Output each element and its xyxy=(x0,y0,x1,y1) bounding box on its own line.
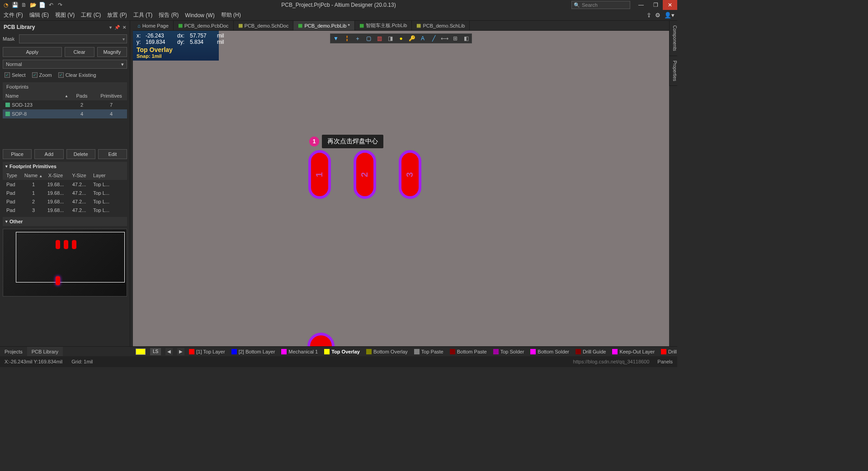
layer-tab[interactable]: Drill Guide xyxy=(576,349,606,354)
panel-close-icon[interactable]: ✕ xyxy=(123,25,126,30)
pad-3[interactable]: 3 xyxy=(399,150,421,199)
layer-label: Bottom Solder xyxy=(538,349,569,354)
layer-set-swatch[interactable] xyxy=(136,349,146,355)
hole-icon[interactable]: ● xyxy=(397,35,405,42)
primitive-row[interactable]: Pad119.68...47.2...Top L... xyxy=(3,180,127,188)
layer-tab[interactable]: Drill xyxy=(661,349,677,354)
layer-tab[interactable]: [2] Bottom Layer xyxy=(231,349,275,354)
pad-bottom[interactable] xyxy=(307,333,335,346)
primitives-header[interactable]: Footprint Primitives xyxy=(3,162,127,171)
search-input[interactable]: 🔍 Search xyxy=(571,1,630,9)
layer-tab[interactable]: Mechanical 1 xyxy=(281,349,318,354)
save-icon[interactable]: 💾 xyxy=(11,1,19,9)
undo-icon[interactable]: ↶ xyxy=(47,1,55,9)
select-checkbox[interactable]: ✓Select xyxy=(5,72,26,78)
layer-tab[interactable]: Top Paste xyxy=(414,349,443,354)
annotation-callout: 1 再次点击焊盘中心 xyxy=(309,135,383,148)
rect-icon[interactable]: ▢ xyxy=(365,35,372,42)
projects-tab[interactable]: Projects xyxy=(0,347,27,356)
add-button[interactable]: Add xyxy=(34,149,63,159)
layer-label: Top Overlay xyxy=(331,349,360,354)
filter-icon[interactable]: ▼ xyxy=(332,35,340,42)
menu-edit[interactable]: 编辑 (E) xyxy=(29,11,49,19)
text-icon[interactable]: A xyxy=(419,35,426,42)
place-button[interactable]: Place xyxy=(3,149,32,159)
menu-report[interactable]: 报告 (R) xyxy=(159,11,179,19)
clear-button[interactable]: Clear xyxy=(65,47,94,57)
magnify-button[interactable]: Magnify xyxy=(97,47,127,57)
menu-place[interactable]: 放置 (P) xyxy=(107,11,127,19)
prev-layer-icon[interactable]: ◀ xyxy=(165,348,173,355)
open-folder-icon[interactable]: 📂 xyxy=(29,1,37,9)
menu-view[interactable]: 视图 (V) xyxy=(55,11,75,19)
account-icon[interactable]: 👤▾ xyxy=(664,12,675,19)
layer-tab[interactable]: Keep-Out Layer xyxy=(612,349,655,354)
tab-schlib[interactable]: ▦PCB_demo.SchLib xyxy=(412,21,470,30)
grid-icon[interactable]: ⊞ xyxy=(452,35,459,42)
minimize-button[interactable]: — xyxy=(634,0,648,10)
layer-tab[interactable]: Bottom Overlay xyxy=(366,349,408,354)
bars-icon[interactable]: ▥ xyxy=(376,35,383,42)
line-icon[interactable]: ╱ xyxy=(430,35,437,42)
pad-1[interactable]: 1 xyxy=(308,150,331,199)
layer-tab[interactable]: Top Overlay xyxy=(324,349,360,354)
panels-button[interactable]: Panels xyxy=(657,359,673,364)
menu-tools[interactable]: 工具 (T) xyxy=(133,11,153,19)
hud-layer: Top Overlay xyxy=(137,46,215,53)
tab-pcbdoc[interactable]: ▦PCB_demo.PcbDoc xyxy=(174,21,234,30)
plus-icon[interactable]: ＋ xyxy=(354,35,361,42)
primitive-row[interactable]: Pad119.68...47.2...Top L... xyxy=(3,188,127,197)
tab-smartcar[interactable]: ▦智能车主板.PcbLib xyxy=(355,21,412,30)
delete-button[interactable]: Delete xyxy=(66,149,95,159)
maximize-button[interactable]: ❐ xyxy=(648,0,663,10)
col-name[interactable]: Name▲ xyxy=(3,93,68,99)
primitive-row[interactable]: Pad219.68...47.2...Top L... xyxy=(3,197,127,206)
apply-button[interactable]: Apply xyxy=(3,47,62,57)
redo-icon[interactable]: ↷ xyxy=(56,1,64,9)
menu-project[interactable]: 工程 (C) xyxy=(81,11,101,19)
col-pads[interactable]: Pads xyxy=(68,93,95,99)
menu-file[interactable]: 文件 (F) xyxy=(4,11,23,19)
mode-dropdown[interactable]: Normal▾ xyxy=(3,60,127,69)
tab-home[interactable]: ⌂Home Page xyxy=(133,21,174,30)
primitive-row[interactable]: Pad319.68...47.2...Top L... xyxy=(3,206,127,214)
edit-button[interactable]: Edit xyxy=(98,149,127,159)
dimension-icon[interactable]: ⟷ xyxy=(441,35,448,42)
panel-pin-icon[interactable]: 📌 xyxy=(114,25,120,30)
zoom-checkbox[interactable]: ✓Zoom xyxy=(32,72,52,78)
panel-dropdown-icon[interactable]: ▾ xyxy=(109,25,112,30)
erase-icon[interactable]: ◨ xyxy=(387,35,394,42)
col-prims[interactable]: Primitives xyxy=(95,93,127,99)
save-all-icon[interactable]: 🗎 xyxy=(20,1,28,9)
sidetab-properties[interactable]: Properties xyxy=(669,56,677,86)
layer-tab[interactable]: [1] Top Layer xyxy=(189,349,225,354)
share-icon[interactable]: ⇪ xyxy=(646,12,651,19)
settings-icon[interactable]: ⚙ xyxy=(655,12,660,19)
menu-help[interactable]: 帮助 (H) xyxy=(221,11,241,19)
layer-set-button[interactable]: LS xyxy=(150,348,161,355)
key-icon[interactable]: 🔑 xyxy=(408,35,415,42)
sidetab-components[interactable]: Components xyxy=(669,21,677,56)
layer-label: Bottom Paste xyxy=(457,349,487,354)
tab-pcblib[interactable]: ▦PCB_demo.PcbLib * xyxy=(293,21,354,30)
footprint-row[interactable]: SOD-123 2 7 xyxy=(3,100,127,109)
layer-tab[interactable]: Top Solder xyxy=(493,349,524,354)
origin-icon[interactable]: ◧ xyxy=(462,35,470,42)
track-icon[interactable]: ╏ xyxy=(343,35,350,42)
other-header[interactable]: Other xyxy=(3,217,127,226)
tab-schdoc[interactable]: ▦PCB_demo.SchDoc xyxy=(234,21,294,30)
mask-dropdown[interactable]: ▾ xyxy=(19,34,127,43)
pcb-library-tab[interactable]: PCB Library xyxy=(27,347,63,356)
pad-2[interactable]: 2 xyxy=(354,150,376,199)
close-button[interactable]: ✕ xyxy=(663,0,677,10)
hud-snap: Snap: 1mil xyxy=(137,53,215,59)
layer-tab[interactable]: Bottom Solder xyxy=(530,349,569,354)
footprint-row[interactable]: SOP-8 4 4 xyxy=(3,109,127,118)
layer-tab[interactable]: Bottom Paste xyxy=(450,349,487,354)
next-layer-icon[interactable]: ▶ xyxy=(177,348,184,355)
pcb-canvas[interactable]: x: -26.243dx: 57.757mil y: 169.834dy: 5.… xyxy=(133,31,669,346)
add-file-icon[interactable]: 📄 xyxy=(38,1,46,9)
menu-window[interactable]: Window (W) xyxy=(185,12,214,19)
clear-existing-checkbox[interactable]: ✓Clear Existing xyxy=(58,72,96,78)
panel-tabs: Projects PCB Library xyxy=(0,346,133,356)
